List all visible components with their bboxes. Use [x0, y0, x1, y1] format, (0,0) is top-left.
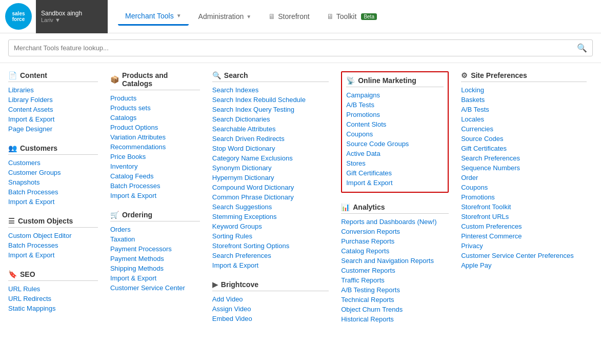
list-item[interactable]: Embed Video [212, 314, 329, 323]
list-item[interactable]: Sorting Rules [212, 231, 329, 241]
list-item[interactable]: Source Code Groups [346, 139, 444, 149]
list-item[interactable]: Product Options [110, 123, 200, 132]
list-item[interactable]: Products sets [110, 103, 200, 113]
list-item[interactable]: Page Designer [8, 124, 98, 134]
list-item[interactable]: Technical Reports [341, 295, 449, 305]
list-item[interactable]: Locking [461, 85, 587, 95]
list-item[interactable]: Orders [110, 225, 200, 234]
list-item[interactable]: Import & Export [8, 250, 98, 260]
list-item[interactable]: Storefront Toolkit [461, 202, 587, 212]
nav-merchant-tools[interactable]: Merchant Tools ▼ [118, 8, 189, 26]
list-item[interactable]: Shipping Methods [110, 264, 200, 273]
list-item[interactable]: Import & Export [8, 197, 98, 207]
list-item[interactable]: Conversion Reports [341, 227, 449, 236]
list-item[interactable]: Libraries [8, 85, 98, 95]
list-item[interactable]: Storefront Sorting Options [212, 241, 329, 251]
list-item[interactable]: Compound Word Dictionary [212, 183, 329, 192]
list-item[interactable]: Taxation [110, 234, 200, 244]
list-item[interactable]: Baskets [461, 95, 587, 105]
list-item[interactable]: Search Indexes [212, 85, 329, 95]
list-item[interactable]: Batch Processes [8, 240, 98, 250]
list-item[interactable]: Batch Processes [110, 181, 200, 191]
list-item[interactable]: Search Driven Redirects [212, 134, 329, 144]
salesforce-logo[interactable]: sales force [5, 3, 32, 30]
list-item[interactable]: Common Phrase Dictionary [212, 192, 329, 202]
list-item[interactable]: Content Assets [8, 105, 98, 114]
list-item[interactable]: Reports and Dashboards (New!) [341, 217, 449, 227]
list-item[interactable]: Customer Service Center [110, 283, 200, 293]
list-item[interactable]: Object Churn Trends [341, 305, 449, 314]
list-item[interactable]: Source Codes [461, 134, 587, 144]
list-item[interactable]: Snapshots [8, 177, 98, 187]
list-item[interactable]: Library Folders [8, 95, 98, 105]
list-item[interactable]: Customer Reports [341, 266, 449, 275]
list-item[interactable]: Import & Export [346, 178, 444, 188]
list-item[interactable]: Gift Certificates [346, 168, 444, 178]
list-item[interactable]: Apple Pay [461, 260, 587, 270]
list-item[interactable]: Promotions [461, 192, 587, 202]
list-item[interactable]: Inventory [110, 161, 200, 171]
list-item[interactable]: Keyword Groups [212, 221, 329, 231]
list-item[interactable]: Variation Attributes [110, 132, 200, 142]
list-item[interactable]: Recommendations [110, 142, 200, 152]
list-item[interactable]: Purchase Reports [341, 236, 449, 246]
list-item[interactable]: Category Name Exclusions [212, 153, 329, 163]
list-item[interactable]: Search Suggestions [212, 202, 329, 212]
nav-storefront[interactable]: 🖥 Storefront [261, 8, 316, 25]
list-item[interactable]: Price Books [110, 152, 200, 161]
list-item[interactable]: Products [110, 93, 200, 103]
list-item[interactable]: Campaigns [346, 90, 444, 100]
list-item[interactable]: Historical Reports [341, 314, 449, 324]
list-item[interactable]: Payment Processors [110, 244, 200, 254]
list-item[interactable]: Customer Service Center Preferences [461, 251, 587, 260]
list-item[interactable]: Coupons [346, 129, 444, 139]
list-item[interactable]: Import & Export [110, 191, 200, 200]
nav-administration[interactable]: Administration ▼ [191, 8, 259, 25]
list-item[interactable]: Add Video [212, 294, 329, 304]
list-item[interactable]: Assign Video [212, 304, 329, 314]
list-item[interactable]: Hypernym Dictionary [212, 173, 329, 183]
list-item[interactable]: Catalogs [110, 113, 200, 123]
list-item[interactable]: Pinterest Commerce [461, 231, 587, 241]
list-item[interactable]: Customers [8, 158, 98, 168]
list-item[interactable]: Searchable Attributes [212, 124, 329, 134]
list-item[interactable]: Search Index Query Testing [212, 105, 329, 114]
list-item[interactable]: A/B Testing Reports [341, 285, 449, 295]
list-item[interactable]: Synonym Dictionary [212, 163, 329, 173]
list-item[interactable]: Order [461, 173, 587, 183]
list-item[interactable]: Stores [346, 158, 444, 168]
list-item[interactable]: Stop Word Dictionary [212, 144, 329, 153]
list-item[interactable]: Search Index Rebuild Schedule [212, 95, 329, 105]
list-item[interactable]: Sequence Numbers [461, 163, 587, 173]
list-item[interactable]: Import & Export [212, 260, 329, 270]
list-item[interactable]: Custom Object Editor [8, 231, 98, 240]
nav-toolkit[interactable]: 🖥 Toolkit Beta [319, 8, 384, 25]
list-item[interactable]: Customer Groups [8, 168, 98, 177]
list-item[interactable]: A/B Tests [346, 100, 444, 110]
list-item[interactable]: Payment Methods [110, 254, 200, 264]
list-item[interactable]: Search Preferences [461, 153, 587, 163]
list-item[interactable]: Stemming Exceptions [212, 212, 329, 221]
list-item[interactable]: Storefront URLs [461, 212, 587, 221]
list-item[interactable]: Traffic Reports [341, 275, 449, 285]
list-item[interactable]: Locales [461, 114, 587, 124]
list-item[interactable]: Coupons [461, 183, 587, 192]
list-item[interactable]: Currencies [461, 124, 587, 134]
list-item[interactable]: Batch Processes [8, 187, 98, 197]
list-item[interactable]: A/B Tests [461, 105, 587, 114]
search-input[interactable] [14, 44, 577, 52]
list-item[interactable]: Import & Export [8, 114, 98, 124]
list-item[interactable]: Gift Certificates [461, 144, 587, 153]
list-item[interactable]: Search Dictionaries [212, 114, 329, 124]
list-item[interactable]: Active Data [346, 149, 444, 158]
list-item[interactable]: Static Mappings [8, 304, 98, 313]
list-item[interactable]: Search and Navigation Reports [341, 256, 449, 266]
list-item[interactable]: URL Rules [8, 284, 98, 294]
list-item[interactable]: Promotions [346, 110, 444, 119]
list-item[interactable]: Privacy [461, 241, 587, 251]
list-item[interactable]: Catalog Feeds [110, 171, 200, 181]
list-item[interactable]: Catalog Reports [341, 246, 449, 256]
list-item[interactable]: Search Preferences [212, 251, 329, 260]
list-item[interactable]: URL Redirects [8, 294, 98, 304]
list-item[interactable]: Custom Preferences [461, 221, 587, 231]
